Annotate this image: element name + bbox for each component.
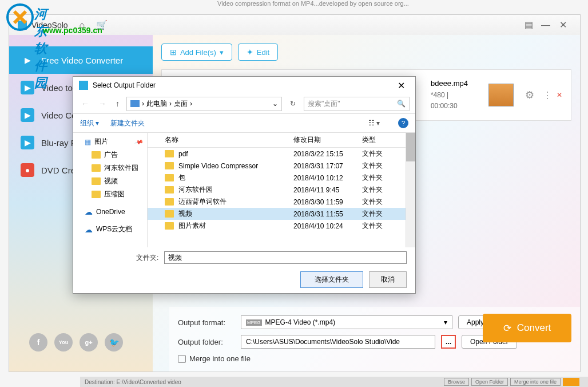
view-mode-button[interactable]: ☷ ▾ [368,119,380,127]
tree-item-onedrive[interactable]: ☁OneDrive [73,206,147,218]
list-row[interactable]: pdf2018/3/22 15:15文件夹 [148,148,406,160]
facebook-icon[interactable]: f [29,333,47,352]
row-name: 迈西背单词软件 [178,197,227,207]
chevron-right-icon: › [190,100,192,108]
picture-icon: ▦ [85,138,91,146]
merge-checkbox[interactable] [178,355,186,363]
output-folder-input[interactable] [241,335,435,349]
menu-dots-icon[interactable]: ⋮ [543,90,552,101]
dialog-toolbar: 组织 ▾ 新建文件夹 ☷ ▾ ? [73,113,415,133]
list-row[interactable]: 迈西背单词软件2018/3/30 11:59文件夹 [148,196,406,208]
list-row[interactable]: 视频2018/3/31 11:55文件夹 [148,208,406,220]
watermark: 河东软件园 www.pc0359.cn [6,3,40,34]
clipped-header-text: Video compression format on MP4...develo… [217,0,409,7]
remove-file-button[interactable]: ✕ [557,91,562,99]
dialog-nav: ← → ↑ › 此电脑 › 桌面 › ⌄ ↻ 搜索"桌面"🔍 [73,94,415,113]
list-row[interactable]: 图片素材2018/4/10 10:24文件夹 [148,220,406,232]
add-file-button[interactable]: ⊞Add File(s)▾ [161,44,232,61]
row-type: 文件夹 [362,161,391,171]
chevron-down-icon[interactable]: ⌄ [272,100,278,108]
organize-button[interactable]: 组织 ▾ [80,119,99,128]
scroll-thumb[interactable] [406,133,415,161]
search-placeholder: 搜索"桌面" [308,99,340,109]
play-icon: ▶ [21,53,34,67]
watermark-text: 河东软件园 [34,6,47,92]
address-bar[interactable]: › 此电脑 › 桌面 › ⌄ [126,97,282,111]
file-name: bdeee.mp4 [431,78,471,90]
list-row[interactable]: 河东软件园2018/4/11 9:45文件夹 [148,184,406,196]
search-input[interactable]: 搜索"桌面"🔍 [304,97,410,111]
tree-label: 压缩图 [104,189,125,199]
dialog-buttons: 选择文件夹 取消 [73,268,415,291]
tree-item-pictures[interactable]: ▦图片📌 [73,135,147,148]
row-type: 文件夹 [362,209,391,219]
wand-icon: ✦ [247,48,253,57]
tree-label: WPS云文档 [96,224,132,234]
bottom-bar: Output format: MPEGMPEG-4 Video (*.mp4)▾… [169,307,580,372]
cancel-button[interactable]: 取消 [369,271,407,288]
breadcrumb-desktop[interactable]: 桌面 [174,99,188,109]
list-row[interactable]: Simple Video Compressor2018/3/31 17:07文件… [148,160,406,172]
row-date: 2018/4/10 10:24 [293,222,362,230]
select-output-folder-dialog: Select Output Folder ✕ ← → ↑ › 此电脑 › 桌面 … [73,76,416,294]
dialog-title: Select Output Folder [93,81,156,89]
tree-item[interactable]: 视频 [73,175,147,188]
gear-icon[interactable]: ⚙ [525,89,534,101]
output-format-select[interactable]: MPEGMPEG-4 Video (*.mp4)▾ [241,315,452,329]
layout-icon[interactable]: ▤ [520,19,537,30]
footer-browse-button[interactable]: Browse [444,378,469,386]
row-type: 文件夹 [362,149,391,159]
close-button[interactable]: ✕ [554,19,571,30]
sidebar-item-free-video-converter[interactable]: ▶Free Video Converter [9,46,153,74]
column-date[interactable]: 修改日期 [293,135,362,145]
list-header: 名称 修改日期 类型 [148,133,406,148]
footer-convert-button[interactable] [563,378,579,386]
new-folder-button[interactable]: 新建文件夹 [110,119,145,128]
convert-button[interactable]: ⟳Convert [483,314,571,342]
youtube-icon[interactable]: You [54,333,73,352]
tree-item[interactable]: 压缩图 [73,188,147,201]
dialog-close-button[interactable]: ✕ [393,80,410,91]
tree-item[interactable]: 广告 [73,148,147,161]
chevron-down-icon: ▾ [444,318,447,326]
folder-icon [165,210,174,218]
footer-merge-button[interactable]: Merge into one file [510,378,561,386]
googleplus-icon[interactable]: g+ [80,333,98,352]
folder-icon [92,191,101,198]
add-file-label: Add File(s) [180,48,216,57]
help-button[interactable]: ? [398,118,408,128]
back-button[interactable]: ← [79,99,92,108]
social-row: f You g+ 🐦 [29,333,123,352]
row-name: 视频 [178,209,192,219]
twitter-icon[interactable]: 🐦 [105,333,123,352]
list-row[interactable]: 包2018/4/10 10:12文件夹 [148,172,406,184]
minimize-button[interactable]: — [537,20,554,30]
folder-icon [92,177,101,185]
scrollbar[interactable] [406,133,415,247]
folder-tree: ▦图片📌 广告 河东软件园 视频 压缩图 ☁OneDrive ☁WPS云文档 [73,133,148,247]
tree-item[interactable]: 河东软件园 [73,161,147,175]
folder-icon [165,150,174,157]
column-name[interactable]: 名称 [148,135,293,145]
tree-item-wps[interactable]: ☁WPS云文档 [73,223,147,236]
column-type[interactable]: 类型 [362,135,391,145]
breadcrumb-pc[interactable]: 此电脑 [146,99,167,109]
output-format-label: Output format: [178,318,235,327]
merge-row: Merge into one file [178,354,571,363]
gif-icon: ▶ [21,81,34,94]
up-button[interactable]: ↑ [113,99,122,108]
forward-button[interactable]: → [96,99,109,108]
row-date: 2018/3/30 11:59 [293,198,362,206]
row-type: 文件夹 [362,173,391,183]
tree-label: OneDrive [96,208,125,216]
browse-button[interactable]: ... [441,335,456,349]
folder-name-input[interactable] [164,251,407,264]
edit-button[interactable]: ✦Edit [238,44,278,61]
row-date: 2018/4/11 9:45 [293,186,362,194]
refresh-button[interactable]: ↻ [287,100,299,108]
output-format-value: MPEG-4 Video (*.mp4) [265,318,336,326]
select-folder-button[interactable]: 选择文件夹 [300,271,363,288]
footer-open-button[interactable]: Open Folder [471,378,508,386]
sidebar-item-label: Free Video Converter [41,56,123,65]
row-date: 2018/4/10 10:12 [293,174,362,182]
